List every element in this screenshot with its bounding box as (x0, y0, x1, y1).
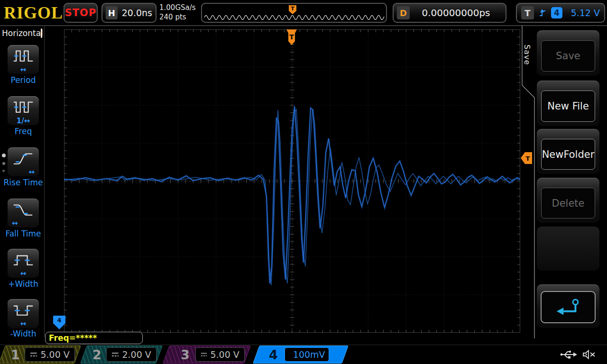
graticule-display: T (64, 29, 520, 333)
horizontal-scale-value: 20.0ns (122, 8, 152, 18)
menu-tab-label: Save (523, 45, 532, 65)
softkey-delete[interactable]: Delete (537, 178, 599, 223)
channel-3-status[interactable]: 3 5.00 V (163, 346, 251, 364)
freq-icon (12, 99, 35, 115)
dc-coupling-icon (111, 352, 119, 357)
t-key-label: T (521, 6, 534, 19)
page-indicator-dot-1 (2, 154, 6, 157)
double-arrow-glyph: ↔ (8, 270, 39, 277)
brand-logo: RIGOL (4, 3, 63, 23)
double-arrow-glyph: ↔ (8, 220, 39, 227)
menu-item-freq-label: Freq (0, 127, 46, 136)
frequency-counter-readout: Freq=***** (45, 332, 143, 344)
channel-4-status[interactable]: 4 100mV (253, 346, 349, 364)
menu-item-freq[interactable]: 1/↔ (8, 96, 39, 126)
channel-4-number: 4 (269, 347, 278, 362)
channel-3-scale-box: 5.00 V (195, 347, 245, 362)
menu-item-period[interactable]: ↔ (8, 45, 39, 74)
channel-2-number: 2 (92, 347, 101, 362)
softkey-save[interactable]: Save (537, 30, 599, 76)
double-arrow-glyph: ↔ (8, 320, 39, 328)
trigger-source-badge: 4 (551, 7, 562, 18)
channel-1-scale-value: 5.00 V (40, 349, 69, 360)
channel-2-status[interactable]: 2 2.00 V (80, 346, 163, 364)
trigger-position-flag-label: T (291, 6, 294, 12)
trigger-readout-box[interactable]: T 4 5.12 V (516, 3, 605, 23)
plus-width-icon (12, 251, 35, 267)
topbar-divider (0, 25, 607, 26)
double-arrow-glyph: ↔ (8, 66, 39, 73)
delay-value: 0.00000000ps (410, 7, 502, 18)
menu-item-rise-time-label: Rise Time (0, 178, 46, 187)
channel-1-scale-box: 5.00 V (25, 347, 75, 362)
softkey-new-file[interactable]: New File (537, 81, 599, 126)
sample-rate: 1.00GSa/s (159, 3, 196, 13)
dc-coupling-icon (201, 352, 207, 357)
channel-1-number: 1 (11, 347, 20, 362)
page-indicator-dot-2 (2, 162, 5, 165)
freq-prefix-glyph: 1/ (17, 117, 24, 125)
softkey-new-file-label: New File (541, 91, 595, 122)
delay-readout-box: D 0.00000000ps (393, 3, 506, 23)
left-menu-title: Horizontal (2, 28, 43, 38)
h-key-label: H (106, 6, 118, 19)
run-state-label: STOP (65, 7, 97, 18)
channel-4-position-marker[interactable]: 4 (52, 315, 66, 330)
rise-time-icon (12, 150, 35, 166)
speaker-muted-icon (582, 350, 596, 359)
menu-item-fall-time-label: Fall Time (0, 229, 46, 238)
page-indicator-dot-3 (2, 170, 5, 172)
minus-width-icon (12, 301, 35, 318)
bottombar-divider (0, 345, 607, 345)
channel-2-scale-value: 2.00 V (122, 349, 151, 360)
channel-4-scale-value: 100mV (293, 349, 325, 360)
oscilloscope-screen: RIGOL STOP H 20.0ns 1.00GSa/s 240 pts T … (0, 0, 607, 364)
softkey-empty-slot (537, 227, 599, 271)
menu-item-plus-width[interactable]: ↔ (8, 249, 39, 278)
menu-item-rise-time[interactable]: ↔ (8, 147, 39, 177)
rising-edge-icon (538, 9, 547, 17)
softkey-new-folder[interactable]: NewFolder (537, 129, 599, 174)
channel-1-status[interactable]: 1 5.00 V (0, 346, 81, 364)
channel-4-position-marker-label: 4 (57, 317, 61, 324)
position-bar-svg: T (202, 4, 386, 22)
graticule-grid (64, 29, 520, 333)
status-icons (560, 350, 596, 359)
memory-depth: 240 pts (159, 13, 196, 22)
usb-icon (560, 350, 578, 359)
double-arrow-glyph: ↔ (24, 117, 30, 125)
channel-2-scale-box: 2.00 V (106, 347, 156, 362)
horizontal-scale-box[interactable]: H 20.0ns (101, 3, 156, 23)
trigger-level-value: 5.12 V (567, 8, 600, 18)
menu-item-plus-width-label: +Width (0, 279, 46, 289)
dc-coupling-icon (30, 352, 37, 357)
d-key-label: D (397, 6, 410, 19)
menu-item-fall-time[interactable]: ↔ (8, 199, 39, 228)
softkey-save-label: Save (541, 40, 595, 72)
run-state-badge[interactable]: STOP (64, 3, 98, 23)
waveform-position-bar: T (201, 3, 387, 23)
fall-time-icon (12, 201, 35, 217)
softkey-back[interactable] (537, 284, 599, 328)
channel-3-number: 3 (181, 347, 190, 362)
menu-item-period-label: Period (0, 75, 46, 85)
softkey-new-folder-label: NewFolder (541, 139, 595, 170)
memory-waveform-icon (204, 16, 384, 20)
channel-4-scale-box: 100mV (285, 347, 329, 362)
menu-item-minus-width-label: -Width (0, 329, 46, 338)
menu-tab-outline (520, 26, 536, 338)
frequency-counter-value: Freq=***** (46, 333, 97, 343)
period-icon (12, 47, 35, 64)
channel-3-scale-value: 5.00 V (210, 349, 239, 360)
double-arrow-glyph: ↔ (8, 169, 39, 176)
acquisition-info: 1.00GSa/s 240 pts (159, 3, 196, 22)
trigger-position-marker-label: T (289, 33, 294, 41)
menu-item-minus-width[interactable]: ↔ (8, 299, 39, 328)
softkey-delete-label: Delete (541, 188, 595, 218)
return-arrow-icon (554, 298, 582, 317)
